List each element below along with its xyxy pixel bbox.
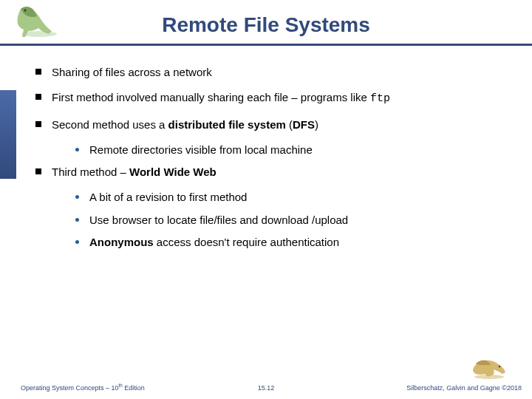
bold-term: Anonymous xyxy=(89,236,154,248)
bullet-2: First method involved manually sharing e… xyxy=(35,90,514,106)
code-fragment: ftp xyxy=(370,92,390,105)
bold-term: World Wide Web xyxy=(129,166,216,178)
square-bullet-icon xyxy=(35,94,41,100)
footer: Operating System Concepts – 10th Edition… xyxy=(0,375,532,393)
dinosaur-logo-icon xyxy=(6,1,65,41)
bullet-text: Third method – World Wide Web xyxy=(52,165,216,180)
text-fragment: access doesn't require authentication xyxy=(154,236,339,248)
square-bullet-icon xyxy=(35,168,41,174)
text-fragment: ) xyxy=(315,118,318,131)
sub-bullet-4-1: A bit of a revision to first method xyxy=(75,190,514,205)
sub-bullet-4-3: Anonymous access doesn't require authent… xyxy=(75,235,514,250)
bullet-text: Remote directories visible from local ma… xyxy=(89,143,313,157)
slide: Remote File Systems Sharing of files acr… xyxy=(0,0,532,399)
square-bullet-icon xyxy=(35,69,41,75)
bullet-text: Second method uses a distributed file sy… xyxy=(52,117,318,132)
header: Remote File Systems xyxy=(0,0,532,46)
square-bullet-icon xyxy=(35,121,41,127)
bullet-text: First method involved manually sharing e… xyxy=(52,90,390,106)
dot-bullet-icon xyxy=(75,195,79,199)
sidebar-decoration xyxy=(0,46,16,399)
bullet-4: Third method – World Wide Web xyxy=(35,165,514,180)
content-area: Sharing of files across a network First … xyxy=(35,65,514,257)
text-fragment: Third method – xyxy=(52,166,129,178)
dot-bullet-icon xyxy=(75,240,79,244)
page-title: Remote File Systems xyxy=(0,0,532,37)
bullet-text: Anonymous access doesn't require authent… xyxy=(89,235,339,250)
sub-bullet-3-1: Remote directories visible from local ma… xyxy=(75,143,514,157)
bold-term: distributed file system xyxy=(168,118,286,131)
sub-bullet-4-2: Use browser to locate file/files and dow… xyxy=(75,213,514,228)
text-fragment: Operating System Concepts – 10 xyxy=(21,384,119,392)
bullet-text: Sharing of files across a network xyxy=(52,65,212,80)
copyright: Silberschatz, Galvin and Gagne ©2018 xyxy=(406,384,522,392)
slide-number: 15.12 xyxy=(258,384,275,392)
bullet-1: Sharing of files across a network xyxy=(35,65,514,80)
dot-bullet-icon xyxy=(75,218,79,222)
text-fragment: Edition xyxy=(123,384,145,392)
dot-bullet-icon xyxy=(75,148,79,151)
svg-point-1 xyxy=(24,10,27,12)
text-fragment: First method involved manually sharing e… xyxy=(52,91,370,103)
text-fragment: Second method uses a xyxy=(52,118,168,131)
text-fragment: ( xyxy=(286,118,293,131)
svg-point-3 xyxy=(499,366,500,367)
bullet-text: A bit of a revision to first method xyxy=(89,190,247,205)
bullet-text: Use browser to locate file/files and dow… xyxy=(89,213,348,228)
bullet-3: Second method uses a distributed file sy… xyxy=(35,117,514,132)
footer-left: Operating System Concepts – 10th Edition xyxy=(21,383,145,392)
bold-term: DFS xyxy=(293,118,315,131)
